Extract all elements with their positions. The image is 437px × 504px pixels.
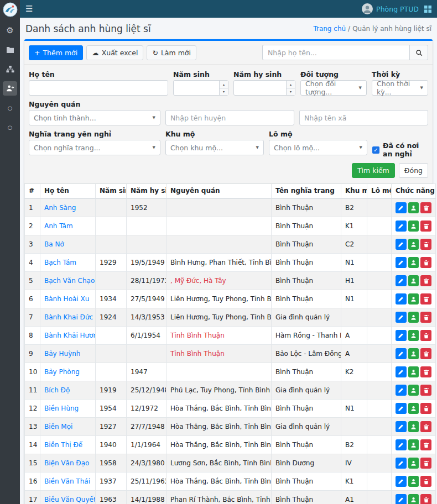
martyr-name-link[interactable]: Biều Văn Quyết	[44, 496, 96, 503]
zone-select[interactable]: Chọn khu mộ... ▼	[165, 140, 264, 155]
edit-button[interactable]	[396, 275, 407, 286]
delete-button[interactable]	[420, 403, 431, 414]
user-menu[interactable]: Phòng PTUD	[362, 3, 419, 14]
person-detail-button[interactable]	[408, 348, 419, 359]
martyr-name-link[interactable]: Bảy Phòng	[44, 368, 80, 376]
person-detail-button[interactable]	[408, 239, 419, 250]
spin-down-icon[interactable]: ▾	[220, 88, 228, 96]
martyr-name-link[interactable]: Biền Thị Đế	[44, 441, 82, 449]
delete-button[interactable]	[420, 202, 431, 213]
delete-button[interactable]	[420, 330, 431, 341]
edit-button[interactable]	[396, 403, 407, 414]
edit-button[interactable]	[396, 312, 407, 323]
martyr-name-link[interactable]: Bảy Huỳnh	[44, 350, 80, 358]
person-detail-button[interactable]	[408, 421, 419, 432]
subject-select[interactable]: Chọn đối tượng... ▼	[300, 80, 367, 96]
cemetery-select[interactable]: Chọn nghĩa trang... ▼	[29, 140, 160, 155]
menu-icon[interactable]: ☰	[25, 5, 33, 13]
delete-button[interactable]	[420, 348, 431, 359]
person-detail-button[interactable]	[408, 439, 419, 450]
person-detail-button[interactable]	[408, 293, 419, 305]
delete-button[interactable]	[420, 366, 431, 377]
apps-menu-button[interactable]	[424, 6, 431, 13]
martyr-name-link[interactable]: Biền Hùng	[44, 405, 79, 412]
edit-button[interactable]	[396, 439, 407, 450]
delete-button[interactable]	[420, 458, 431, 469]
edit-button[interactable]	[396, 239, 407, 250]
edit-button[interactable]	[396, 257, 407, 268]
martyr-name-link[interactable]: Bích Độ	[44, 386, 70, 394]
edit-button[interactable]	[396, 494, 407, 504]
spin-up-icon[interactable]: ▴	[287, 81, 295, 88]
person-detail-button[interactable]	[408, 312, 419, 323]
person-detail-button[interactable]	[408, 330, 419, 341]
breadcrumb-home-link[interactable]: Trang chủ	[313, 25, 346, 33]
delete-button[interactable]	[420, 293, 431, 305]
delete-button[interactable]	[420, 439, 431, 450]
commune-input[interactable]	[299, 110, 428, 125]
province-select[interactable]: Chọn tỉnh thành... ▼	[29, 110, 160, 125]
edit-button[interactable]	[396, 221, 407, 232]
sidebar-item-settings[interactable]: ⚙	[3, 23, 17, 38]
search-submit-button[interactable]	[409, 45, 428, 60]
person-detail-button[interactable]	[408, 202, 419, 213]
martyr-name-link[interactable]: Biền Mọi	[44, 423, 72, 431]
spin-down-icon[interactable]: ▾	[287, 88, 295, 96]
martyr-name-link[interactable]: Biện Văn Đạo	[44, 459, 89, 467]
sidebar-item-organization[interactable]	[3, 62, 17, 76]
name-filter-input[interactable]	[29, 80, 168, 96]
delete-button[interactable]	[420, 476, 431, 487]
sidebar-item-documents[interactable]	[3, 43, 17, 57]
add-new-button[interactable]: +Thêm mới	[29, 45, 83, 60]
resting-place-checkbox[interactable]: ✓ Đã có nơi an nghỉ	[372, 129, 428, 158]
martyr-name-link[interactable]: Anh Sàng	[44, 204, 76, 212]
martyr-name-link[interactable]: Ba Nớ	[44, 240, 64, 248]
edit-button[interactable]	[396, 202, 407, 213]
person-detail-button[interactable]	[408, 275, 419, 286]
spin-up-icon[interactable]: ▴	[220, 81, 228, 88]
edit-button[interactable]	[396, 476, 407, 487]
martyr-name-link[interactable]: Bạch Văn Chạo	[44, 277, 95, 285]
refresh-button[interactable]: ↻Làm mới	[147, 45, 196, 60]
person-detail-button[interactable]	[408, 476, 419, 487]
delete-button[interactable]	[420, 421, 431, 432]
martyr-name-link[interactable]: Anh Tám	[44, 222, 73, 230]
person-detail-button[interactable]	[408, 403, 419, 414]
delete-button[interactable]	[420, 312, 431, 323]
sidebar-item-martyrs[interactable]	[3, 81, 17, 96]
edit-button[interactable]	[396, 385, 407, 396]
district-input[interactable]	[165, 110, 294, 125]
lot-select[interactable]: Chọn lô mộ... ▼	[269, 140, 367, 155]
person-detail-button[interactable]	[408, 221, 419, 232]
sidebar-item-menu-1[interactable]: ○	[3, 101, 17, 115]
person-detail-button[interactable]	[408, 257, 419, 268]
app-logo[interactable]	[0, 0, 20, 19]
close-button[interactable]: Đóng	[399, 163, 428, 178]
delete-button[interactable]	[420, 275, 431, 286]
martyr-name-link[interactable]: Bành Khai Đức	[44, 313, 93, 321]
delete-button[interactable]	[420, 221, 431, 232]
death-year-spinner[interactable]: ▴ ▾	[286, 81, 295, 95]
edit-button[interactable]	[396, 330, 407, 341]
person-detail-button[interactable]	[408, 385, 419, 396]
edit-button[interactable]	[396, 421, 407, 432]
martyr-name-link[interactable]: Bành Hoài Xu	[44, 295, 89, 303]
edit-button[interactable]	[396, 293, 407, 305]
edit-button[interactable]	[396, 366, 407, 377]
person-detail-button[interactable]	[408, 458, 419, 469]
martyr-name-link[interactable]: Bạch Tám	[44, 259, 76, 266]
search-button[interactable]: Tìm kiếm	[352, 163, 395, 178]
export-excel-button[interactable]: ☁Xuất excel	[86, 45, 143, 60]
delete-button[interactable]	[420, 385, 431, 396]
martyr-name-link[interactable]: Bành Khải Hương	[44, 332, 96, 339]
delete-button[interactable]	[420, 494, 431, 504]
edit-button[interactable]	[396, 348, 407, 359]
martyr-name-link[interactable]: Biền Văn Thái	[44, 477, 90, 485]
quick-search-input[interactable]	[262, 45, 409, 60]
person-detail-button[interactable]	[408, 494, 419, 504]
birth-year-spinner[interactable]: ▴ ▾	[219, 81, 228, 95]
period-select[interactable]: Chọn thời kỳ... ▼	[372, 80, 428, 96]
delete-button[interactable]	[420, 239, 431, 250]
edit-button[interactable]	[396, 458, 407, 469]
delete-button[interactable]	[420, 257, 431, 268]
